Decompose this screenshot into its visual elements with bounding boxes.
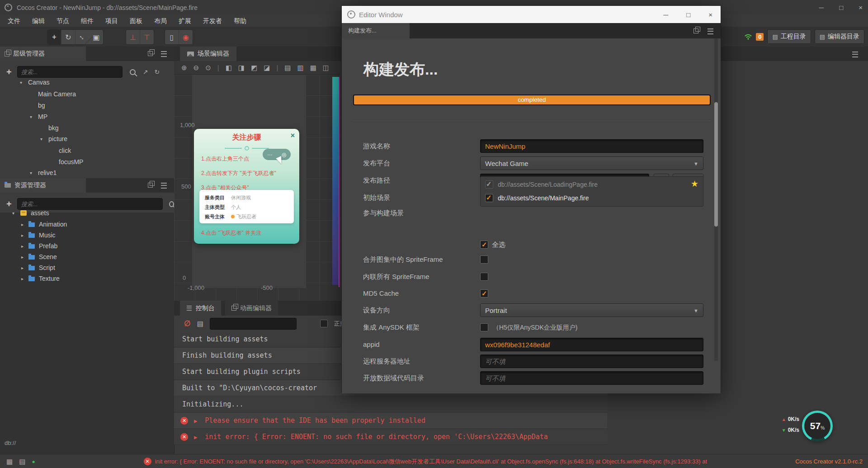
add-asset-button[interactable]: + [6, 199, 12, 209]
menu-node[interactable]: 节点 [51, 15, 75, 27]
search-icon[interactable] [130, 69, 136, 75]
merge-atlas-checkbox[interactable] [480, 255, 488, 264]
regex-checkbox[interactable] [320, 320, 328, 327]
open-data-dir-input[interactable] [480, 371, 703, 385]
expand-icon[interactable]: ↗ [143, 68, 148, 76]
expand-arrow-icon[interactable]: ▾ [30, 111, 32, 123]
select-all-checkbox[interactable] [480, 241, 488, 249]
menu-developer[interactable]: 开发者 [197, 15, 228, 27]
align-middle-icon[interactable]: ◨ [238, 64, 245, 72]
minimize-button[interactable]: ─ [664, 11, 669, 19]
pop-out-icon[interactable] [693, 28, 698, 33]
gizmo-view-icon[interactable]: ◉ [179, 30, 193, 44]
console-toggle-icon[interactable]: ▦ [6, 458, 13, 466]
distribute-stack-icon[interactable]: ◫ [323, 64, 329, 72]
expand-arrow-icon[interactable]: ▾ [40, 133, 42, 145]
tab-assets[interactable]: 资源管理器 [0, 178, 86, 193]
platform-select[interactable]: Wechat Game ▼ [480, 156, 703, 170]
refresh-icon[interactable]: ↻ [154, 68, 160, 76]
close-button[interactable]: × [708, 11, 712, 19]
menu-panel[interactable]: 面板 [124, 15, 148, 27]
log-line[interactable]: Initializing... [174, 397, 607, 412]
menu-layout[interactable]: 布局 [148, 15, 173, 27]
align-top-icon[interactable]: ◧ [226, 64, 232, 72]
close-button[interactable]: × [859, 4, 863, 11]
collapse-arrow-icon[interactable]: ▸ [21, 251, 24, 263]
tab-animation-editor[interactable]: 动画编辑器 [225, 301, 278, 316]
add-node-button[interactable]: + [6, 67, 12, 77]
panel-menu-icon[interactable] [161, 51, 167, 57]
log-line-error[interactable]: ✕ ▶ init error: { Error: ENOENT: no such… [174, 429, 607, 445]
menu-edit[interactable]: 编辑 [26, 15, 51, 27]
error-count-badge[interactable]: 0 [756, 33, 764, 41]
menu-help[interactable]: 帮助 [228, 15, 252, 27]
favorite-star-icon[interactable]: ★ [691, 179, 698, 189]
zoom-out-icon[interactable]: ⊖ [193, 64, 199, 72]
pop-out-icon[interactable] [148, 183, 153, 188]
expand-arrow-icon[interactable]: ▶ [194, 418, 197, 424]
editor-dir-button[interactable]: ▤ 编辑器目录 [815, 29, 864, 44]
inline-sprite-checkbox[interactable] [480, 273, 488, 281]
tab-hierarchy[interactable]: 层级管理器 [0, 47, 86, 61]
search-icon[interactable] [169, 201, 174, 207]
pop-out-icon[interactable] [148, 51, 153, 56]
project-dir-button[interactable]: ▤ 工程目录 [767, 29, 811, 44]
menu-component[interactable]: 组件 [75, 15, 99, 27]
expand-arrow-icon[interactable]: ▾ [20, 77, 22, 88]
ruler-label: 500 [181, 183, 191, 190]
game-name-input[interactable] [480, 139, 703, 153]
align-left-icon[interactable]: ◪ [264, 64, 270, 72]
orientation-select[interactable]: Portrait ▼ [480, 303, 703, 317]
clear-console-icon[interactable]: ∅ [184, 319, 191, 328]
scene-checkbox[interactable] [485, 194, 493, 202]
log-line-error[interactable]: ✕ ▶ Please ensure that the IDE has been … [174, 413, 607, 429]
menu-file[interactable]: 文件 [2, 15, 26, 27]
align-bottom-icon[interactable]: ◩ [251, 64, 257, 72]
memory-gauge[interactable]: 57 % [802, 411, 833, 441]
statusbar-error[interactable]: ✕ init error: { Error: ENOENT: no such f… [144, 458, 707, 466]
pivot-tool-icon[interactable]: ⊥ [126, 30, 140, 44]
anysdk-checkbox[interactable] [480, 323, 488, 331]
remote-server-input[interactable] [480, 355, 703, 368]
asset-bundle-icon [20, 210, 27, 216]
maximize-button[interactable]: □ [686, 11, 690, 19]
scene-list-item[interactable]: db://assets/Scene/MainPage.fire [485, 194, 589, 202]
maximize-button[interactable]: □ [839, 4, 843, 11]
panel-menu-icon[interactable] [708, 28, 713, 34]
build-heading: 构建发布... [363, 59, 438, 80]
collapse-arrow-icon[interactable]: ▸ [21, 219, 24, 230]
panel-menu-icon[interactable] [161, 183, 167, 189]
log-file-icon[interactable]: ▤ [197, 320, 203, 328]
dialog-title-bar[interactable]: Editor Window ─ □ × [342, 6, 721, 23]
zoom-in-icon[interactable]: ⊕ [181, 64, 187, 72]
panel-menu-icon[interactable] [852, 52, 858, 57]
distribute-grid-icon[interactable]: ▦ [310, 64, 316, 72]
tab-scene-editor[interactable]: 场景编辑器 [180, 47, 236, 61]
expand-arrow-icon[interactable]: ▾ [12, 208, 14, 219]
appid-input[interactable] [480, 338, 703, 351]
minimize-button[interactable]: ─ [819, 4, 824, 11]
distribute-v-icon[interactable]: ▥ [297, 64, 303, 72]
tab-build-publish[interactable]: 构建发布... [342, 23, 410, 38]
hierarchy-search-input[interactable] [17, 66, 123, 78]
distribute-h-icon[interactable]: ▤ [284, 64, 291, 72]
log-list-icon[interactable]: ▤ [19, 458, 25, 466]
menu-extension[interactable]: 扩展 [173, 15, 197, 27]
collapse-arrow-icon[interactable]: ▸ [21, 262, 24, 274]
collapse-arrow-icon[interactable]: ▸ [21, 230, 24, 241]
move-tool-icon[interactable]: + [47, 30, 61, 44]
collapse-arrow-icon[interactable]: ▸ [21, 273, 24, 284]
zoom-reset-icon[interactable]: ⊙ [205, 64, 211, 72]
console-filter-input[interactable] [210, 318, 297, 330]
anchor-tool-icon[interactable]: ⊤ [140, 30, 154, 44]
expand-arrow-icon[interactable]: ▾ [30, 167, 32, 179]
circle-icon: ◎ [282, 151, 286, 158]
dialog-scrollbar-thumb[interactable] [714, 102, 718, 227]
collapse-arrow-icon[interactable]: ▸ [21, 241, 24, 252]
2d-view-icon[interactable]: ▯ [165, 30, 179, 44]
menu-project[interactable]: 项目 [99, 15, 124, 27]
scene-list-item[interactable]: db://assets/Scene/LoadingPage.fire [485, 180, 598, 189]
tab-console[interactable]: 控制台 [180, 301, 221, 316]
expand-arrow-icon[interactable]: ▶ [194, 434, 197, 440]
md5-cache-checkbox[interactable] [480, 289, 488, 298]
